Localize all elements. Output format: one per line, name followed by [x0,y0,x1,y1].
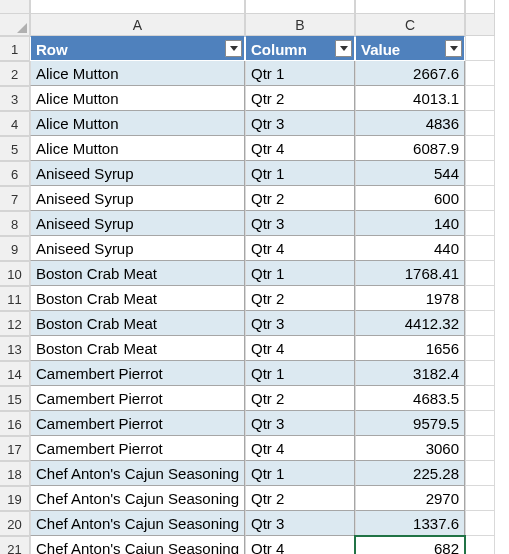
filter-dropdown-icon[interactable] [445,40,462,57]
table-cell[interactable]: 2667.6 [355,61,465,86]
row-header[interactable]: 9 [0,236,30,261]
table-cell[interactable]: 2970 [355,486,465,511]
table-cell[interactable]: Qtr 4 [245,536,355,554]
table-cell[interactable]: Aniseed Syrup [30,161,245,186]
table-cell[interactable]: 3060 [355,436,465,461]
empty-cell[interactable] [465,186,495,211]
filter-dropdown-icon[interactable] [335,40,352,57]
row-header[interactable]: 16 [0,411,30,436]
table-cell[interactable]: Alice Mutton [30,86,245,111]
table-cell[interactable]: Boston Crab Meat [30,286,245,311]
row-header[interactable]: 3 [0,86,30,111]
empty-cell[interactable] [465,136,495,161]
table-cell[interactable]: Camembert Pierrot [30,411,245,436]
table-cell[interactable]: Qtr 2 [245,186,355,211]
table-cell[interactable]: Boston Crab Meat [30,311,245,336]
table-cell[interactable]: Qtr 1 [245,461,355,486]
row-header[interactable]: 8 [0,211,30,236]
filter-dropdown-icon[interactable] [225,40,242,57]
empty-cell[interactable] [465,411,495,436]
empty-cell[interactable] [465,436,495,461]
table-cell[interactable]: Qtr 1 [245,61,355,86]
table-cell[interactable]: Chef Anton's Cajun Seasoning [30,461,245,486]
table-cell[interactable]: 4412.32 [355,311,465,336]
table-cell[interactable]: Qtr 4 [245,136,355,161]
table-cell[interactable]: Alice Mutton [30,61,245,86]
empty-cell[interactable] [465,161,495,186]
table-cell[interactable]: Qtr 2 [245,86,355,111]
table-cell[interactable]: Qtr 1 [245,161,355,186]
table-cell[interactable]: 1768.41 [355,261,465,286]
table-cell[interactable]: 600 [355,186,465,211]
table-cell[interactable]: Qtr 2 [245,286,355,311]
table-cell[interactable]: 440 [355,236,465,261]
row-header[interactable]: 12 [0,311,30,336]
empty-cell[interactable] [465,461,495,486]
row-header[interactable]: 10 [0,261,30,286]
column-header-next[interactable] [465,14,495,36]
row-header[interactable]: 4 [0,111,30,136]
table-cell[interactable]: Qtr 4 [245,436,355,461]
table-cell[interactable]: 225.28 [355,461,465,486]
table-cell[interactable]: Qtr 1 [245,361,355,386]
empty-cell[interactable] [465,536,495,554]
row-header[interactable]: 13 [0,336,30,361]
empty-cell[interactable] [465,511,495,536]
table-cell[interactable]: Aniseed Syrup [30,211,245,236]
row-header[interactable]: 20 [0,511,30,536]
table-cell[interactable]: 4836 [355,111,465,136]
selected-cell[interactable]: 682 [355,536,465,554]
table-cell[interactable]: Boston Crab Meat [30,261,245,286]
table-cell[interactable]: Qtr 3 [245,311,355,336]
table-cell[interactable]: Qtr 1 [245,261,355,286]
column-header-c[interactable]: C [355,14,465,36]
empty-cell[interactable] [465,336,495,361]
table-cell[interactable]: Qtr 3 [245,111,355,136]
row-header[interactable]: 7 [0,186,30,211]
table-cell[interactable]: 1337.6 [355,511,465,536]
select-all-corner[interactable] [0,14,30,36]
spreadsheet-grid[interactable]: A B C 1 Row Column Value 2 Alice Mutton … [0,0,509,554]
empty-cell[interactable] [465,111,495,136]
table-cell[interactable]: Alice Mutton [30,111,245,136]
table-cell[interactable]: 4013.1 [355,86,465,111]
table-cell[interactable]: 3182.4 [355,361,465,386]
table-cell[interactable]: Aniseed Syrup [30,186,245,211]
table-cell[interactable]: Qtr 3 [245,211,355,236]
table-header-row[interactable]: Row [30,36,245,61]
table-cell[interactable]: Qtr 3 [245,411,355,436]
table-cell[interactable]: 140 [355,211,465,236]
empty-cell[interactable] [465,61,495,86]
table-cell[interactable]: 1656 [355,336,465,361]
table-cell[interactable]: 544 [355,161,465,186]
row-header[interactable]: 14 [0,361,30,386]
table-cell[interactable]: 4683.5 [355,386,465,411]
row-header[interactable]: 15 [0,386,30,411]
table-cell[interactable]: Qtr 2 [245,386,355,411]
table-cell[interactable]: Camembert Pierrot [30,361,245,386]
table-cell[interactable]: Boston Crab Meat [30,336,245,361]
row-header[interactable]: 18 [0,461,30,486]
table-cell[interactable]: Camembert Pierrot [30,386,245,411]
column-header-a[interactable]: A [30,14,245,36]
row-header[interactable]: 1 [0,36,30,61]
empty-cell[interactable] [465,486,495,511]
table-cell[interactable]: 6087.9 [355,136,465,161]
empty-cell[interactable] [465,36,495,61]
table-header-column[interactable]: Column [245,36,355,61]
empty-cell[interactable] [465,211,495,236]
row-header[interactable]: 11 [0,286,30,311]
table-header-value[interactable]: Value [355,36,465,61]
table-cell[interactable]: Chef Anton's Cajun Seasoning [30,486,245,511]
table-cell[interactable]: Qtr 3 [245,511,355,536]
table-cell[interactable]: Chef Anton's Cajun Seasoning [30,536,245,554]
table-cell[interactable]: Alice Mutton [30,136,245,161]
empty-cell[interactable] [465,86,495,111]
row-header[interactable]: 6 [0,161,30,186]
table-cell[interactable]: Aniseed Syrup [30,236,245,261]
row-header[interactable]: 19 [0,486,30,511]
empty-cell[interactable] [465,236,495,261]
table-cell[interactable]: 9579.5 [355,411,465,436]
empty-cell[interactable] [465,261,495,286]
empty-cell[interactable] [465,361,495,386]
